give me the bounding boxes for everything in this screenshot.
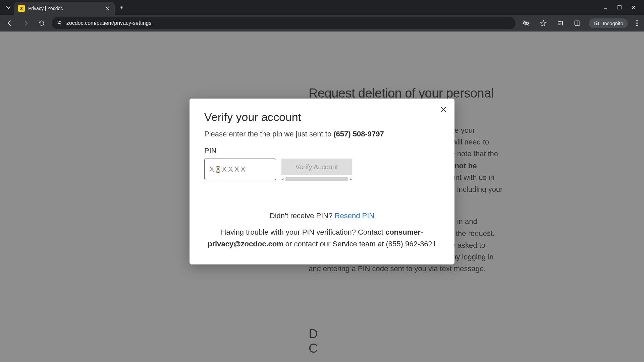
toolbar-actions: Incognito — [520, 17, 640, 29]
back-button[interactable] — [4, 17, 15, 29]
scroll-hint: ◂ ▸ — [281, 177, 352, 181]
side-panel-icon[interactable] — [572, 18, 583, 28]
maximize-icon[interactable] — [617, 5, 622, 10]
incognito-badge[interactable]: Incognito — [589, 18, 628, 28]
verify-account-modal: ✕ Verify your account Please enter the t… — [190, 99, 454, 264]
new-tab-button[interactable]: + — [115, 4, 128, 11]
svg-point-15 — [595, 23, 597, 25]
page-viewport: Contact our Service team Request deletio… — [0, 32, 644, 362]
reload-button[interactable] — [36, 18, 47, 28]
modal-title: Verify your account — [204, 111, 440, 124]
overflow-menu-icon[interactable] — [634, 18, 640, 28]
tab-favicon: Z — [18, 5, 25, 12]
browser-tab-strip: Z Privacy | Zocdoc ✕ + — [0, 0, 644, 15]
resend-row: Didn't receive PIN? Resend PIN — [204, 212, 440, 220]
service-phone: (855) 962-3621 — [386, 240, 436, 248]
scroll-track[interactable] — [285, 177, 348, 181]
minimize-icon[interactable] — [603, 5, 608, 10]
reading-list-icon[interactable] — [555, 18, 566, 28]
svg-point-5 — [58, 21, 59, 22]
pin-row: Verify Account ◂ ▸ — [204, 159, 440, 181]
browser-tab[interactable]: Z Privacy | Zocdoc ✕ — [14, 2, 115, 15]
eye-off-icon[interactable] — [520, 17, 532, 29]
svg-point-19 — [636, 22, 638, 24]
address-bar[interactable]: zocdoc.com/patient/privacy-settings — [52, 17, 516, 29]
modal-footer: Didn't receive PIN? Resend PIN Having tr… — [204, 212, 440, 250]
close-window-icon[interactable] — [631, 5, 636, 10]
modal-overlay[interactable]: ✕ Verify your account Please enter the t… — [0, 32, 644, 362]
bookmark-star-icon[interactable] — [538, 17, 549, 29]
svg-point-16 — [597, 23, 599, 25]
svg-rect-13 — [575, 21, 580, 25]
verify-account-button[interactable]: Verify Account — [281, 159, 352, 175]
scroll-left-icon[interactable]: ◂ — [281, 177, 283, 181]
modal-close-button[interactable]: ✕ — [440, 105, 447, 114]
forward-button[interactable] — [20, 17, 32, 29]
url-text: zocdoc.com/patient/privacy-settings — [66, 20, 151, 26]
tab-close-icon[interactable]: ✕ — [104, 5, 111, 12]
modal-description: Please enter the the pin we just sent to… — [204, 130, 440, 138]
trouble-text: Having trouble with your PIN verificatio… — [204, 226, 440, 250]
svg-point-20 — [636, 25, 638, 26]
incognito-icon — [593, 20, 600, 26]
svg-line-9 — [524, 21, 529, 26]
svg-point-7 — [59, 23, 61, 24]
incognito-label: Incognito — [603, 20, 623, 26]
tab-search-dropdown[interactable] — [3, 5, 14, 10]
resend-pin-link[interactable]: Resend PIN — [335, 212, 375, 220]
pin-field-label: PIN — [204, 146, 440, 155]
scroll-right-icon[interactable]: ▸ — [350, 177, 352, 181]
tab-title: Privacy | Zocdoc — [28, 6, 100, 11]
tab-strip: Z Privacy | Zocdoc ✕ + — [0, 0, 128, 15]
site-settings-icon[interactable] — [56, 20, 62, 26]
window-controls — [603, 5, 644, 10]
svg-rect-1 — [618, 6, 621, 9]
pin-input[interactable] — [204, 159, 276, 180]
svg-point-18 — [636, 20, 638, 21]
browser-toolbar: zocdoc.com/patient/privacy-settings Inco… — [0, 15, 644, 32]
